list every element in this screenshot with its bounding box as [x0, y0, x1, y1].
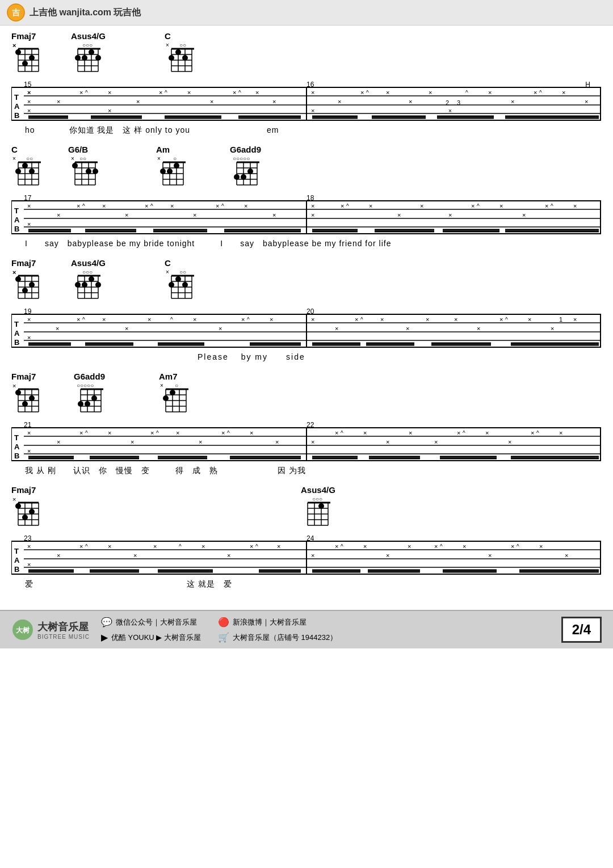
- svg-text:×: ×: [166, 42, 169, 48]
- svg-text:×: ×: [522, 212, 526, 218]
- svg-text:×: ×: [528, 316, 531, 323]
- svg-text:×: ×: [335, 429, 338, 436]
- svg-text:×: ×: [386, 89, 389, 96]
- lyrics-3: Please by my side: [11, 352, 602, 363]
- chord-asus4g: Asus4/G ○○○: [71, 31, 108, 76]
- svg-text:×: ×: [71, 155, 74, 162]
- svg-text:×: ×: [511, 543, 514, 550]
- lyrics-5: 爱 这 就是 爱: [11, 579, 602, 589]
- svg-text:×: ×: [386, 439, 389, 445]
- svg-text:×: ×: [176, 429, 179, 436]
- svg-text:^: ^: [463, 430, 465, 436]
- svg-point-141: [174, 163, 179, 168]
- svg-text:×: ×: [199, 439, 202, 445]
- section-5: Fmaj7 × Asu: [11, 485, 602, 589]
- svg-text:×: ×: [539, 543, 543, 550]
- svg-text:×: ×: [79, 429, 83, 436]
- svg-text:×: ×: [409, 429, 412, 436]
- svg-text:×: ×: [551, 325, 554, 332]
- tab-measures-15-16: 15 16 H T A B × × × × ×: [11, 79, 602, 136]
- svg-text:×: ×: [233, 89, 236, 96]
- svg-text:×: ×: [27, 561, 31, 568]
- svg-text:×: ×: [241, 316, 245, 323]
- svg-text:×: ×: [429, 89, 432, 96]
- svg-text:○○○○○: ○○○○○: [77, 382, 94, 389]
- svg-point-330: [78, 401, 83, 407]
- svg-text:×: ×: [335, 325, 338, 332]
- section-4: Fmaj7 × G6a: [11, 372, 602, 476]
- svg-point-234: [89, 276, 94, 282]
- svg-text:×: ×: [488, 89, 492, 96]
- svg-text:^: ^: [247, 317, 250, 323]
- section-1: Fmaj7 ×: [11, 31, 602, 136]
- svg-point-407: [15, 503, 21, 509]
- svg-text:T: T: [14, 547, 19, 555]
- footer-logo: 大树 大树音乐屋 BIGTREE MUSIC: [11, 618, 90, 641]
- svg-point-236: [82, 282, 87, 288]
- svg-text:×: ×: [311, 316, 314, 323]
- svg-text:B: B: [14, 452, 19, 460]
- svg-text:×: ×: [77, 316, 80, 323]
- svg-text:×: ×: [153, 543, 157, 550]
- svg-text:○○○: ○○○: [82, 269, 93, 275]
- svg-text:2: 2: [446, 99, 449, 106]
- svg-text:^: ^: [551, 203, 553, 209]
- svg-point-114: [15, 168, 21, 174]
- svg-text:B: B: [14, 111, 19, 120]
- svg-point-329: [85, 401, 90, 407]
- svg-text:×: ×: [157, 155, 161, 162]
- svg-text:×: ×: [108, 89, 111, 96]
- svg-text:×: ×: [27, 98, 31, 105]
- svg-text:×: ×: [79, 543, 83, 550]
- svg-point-343: [163, 395, 169, 401]
- svg-text:×: ×: [187, 89, 191, 96]
- svg-text:×: ×: [159, 89, 162, 96]
- svg-text:×: ×: [406, 325, 409, 332]
- svg-point-27: [82, 55, 87, 61]
- chord-am: Am × ○: [156, 145, 190, 189]
- svg-point-13: [29, 55, 35, 61]
- chord-c2: C × ○○: [11, 145, 45, 189]
- measure-15: 15: [24, 81, 31, 89]
- svg-text:×: ×: [193, 316, 196, 323]
- svg-text:×: ×: [125, 325, 128, 332]
- svg-text:×: ×: [27, 316, 31, 323]
- svg-point-251: [182, 282, 188, 288]
- lyrics-1: ho 你知道 我是 这 样 only to you em: [11, 125, 602, 136]
- site-logo: 吉: [7, 3, 25, 22]
- svg-text:×: ×: [56, 325, 59, 332]
- page-number-container: 2/4: [561, 617, 602, 643]
- svg-text:×: ×: [201, 543, 205, 550]
- svg-text:×: ×: [250, 543, 253, 550]
- svg-text:×: ×: [545, 203, 548, 209]
- svg-text:×: ×: [420, 203, 423, 209]
- svg-text:×: ×: [12, 42, 16, 49]
- svg-text:^: ^: [517, 543, 519, 550]
- svg-text:×: ×: [193, 212, 196, 218]
- chord-g6b: G6/B × ○○: [68, 145, 105, 189]
- svg-point-155: [241, 174, 246, 180]
- svg-text:×: ×: [573, 316, 577, 323]
- svg-point-154: [247, 168, 253, 174]
- svg-text:×: ×: [150, 429, 154, 436]
- svg-text:×: ×: [160, 382, 163, 389]
- svg-text:×: ×: [369, 203, 372, 209]
- svg-text:×: ×: [57, 552, 60, 559]
- svg-text:×: ×: [363, 543, 367, 550]
- svg-text:×: ×: [227, 552, 230, 559]
- svg-text:×: ×: [311, 552, 314, 559]
- svg-text:×: ×: [27, 89, 31, 96]
- svg-text:×: ×: [27, 543, 31, 550]
- svg-text:A: A: [14, 329, 20, 338]
- svg-text:A: A: [14, 556, 20, 564]
- svg-point-143: [160, 168, 166, 174]
- svg-text:×: ×: [12, 269, 16, 276]
- svg-point-40: [175, 49, 181, 55]
- svg-text:^: ^: [505, 317, 508, 323]
- h-marker: H: [585, 81, 590, 89]
- site-name: 上吉他 wanjita.com 玩吉他: [30, 7, 141, 19]
- main-content: Fmaj7 ×: [0, 26, 613, 604]
- svg-text:×: ×: [270, 316, 273, 323]
- svg-text:×: ×: [485, 429, 489, 436]
- svg-text:B: B: [14, 338, 19, 347]
